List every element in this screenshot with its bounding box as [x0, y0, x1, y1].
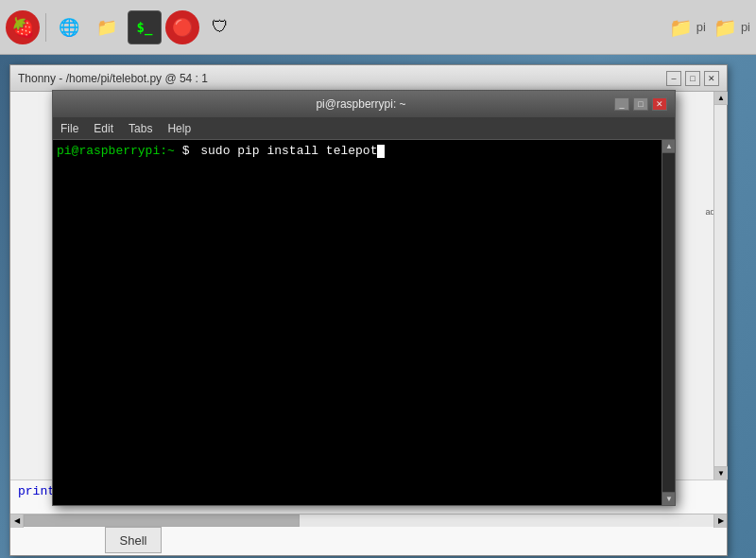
- terminal-menu-tabs[interactable]: Tabs: [129, 122, 152, 135]
- terminal-menu-file[interactable]: File: [60, 122, 78, 135]
- terminal-window: pi@raspberrypi: ~ _ □ ✕ File Edit Tabs H…: [52, 90, 676, 506]
- terminal-menu-help[interactable]: Help: [167, 122, 191, 135]
- thonny-h-scrollbar[interactable]: ◀ ▶: [10, 514, 727, 527]
- thonny-maximize-btn[interactable]: □: [685, 71, 700, 86]
- top-folder-label-2: pi: [741, 20, 750, 34]
- terminal-menu-edit[interactable]: Edit: [94, 122, 113, 135]
- terminal-scroll-track[interactable]: [662, 153, 675, 492]
- scroll-thumb[interactable]: [24, 514, 300, 527]
- desktop: 🍓 🌐 📁 $_ 🔴 🛡 📁 pi 📁 pi Thonny - /home/pi…: [0, 0, 756, 558]
- thonny-titlebar: Thonny - /home/pi/telebot.py @ 54 : 1 – …: [10, 65, 727, 92]
- thonny-minimize-btn[interactable]: –: [666, 71, 681, 86]
- prompt-user: pi@raspberrypi:~: [57, 144, 175, 158]
- terminal-titlebar: pi@raspberrypi: ~ _ □ ✕: [53, 91, 675, 117]
- thonny-close-btn[interactable]: ✕: [704, 71, 719, 86]
- security-icon[interactable]: 🛡: [203, 10, 237, 44]
- terminal-body: pi@raspberrypi:~ $ sudo pip install tele…: [53, 140, 675, 505]
- terminal-maximize-btn[interactable]: □: [633, 97, 648, 111]
- mouse-cursor: [412, 149, 423, 166]
- shell-tab[interactable]: Shell: [105, 527, 162, 553]
- terminal-minimize-btn[interactable]: _: [614, 97, 629, 111]
- wolfram-icon[interactable]: 🔴: [165, 10, 199, 44]
- top-folder-icon-2[interactable]: 📁: [713, 16, 737, 39]
- terminal-content: pi@raspberrypi:~ $ sudo pip install tele…: [53, 140, 675, 162]
- v-scroll-track[interactable]: [714, 105, 727, 466]
- terminal-prompt-line: pi@raspberrypi:~ $ sudo pip install tele…: [57, 144, 671, 158]
- terminal-cursor: [377, 145, 385, 158]
- v-scroll-up-btn[interactable]: ▲: [714, 92, 728, 105]
- terminal-taskbar-icon[interactable]: $_: [128, 10, 162, 44]
- terminal-scroll-up[interactable]: ▲: [662, 140, 675, 153]
- terminal-title: pi@raspberrypi: ~: [108, 97, 614, 111]
- terminal-close-btn[interactable]: ✕: [652, 97, 667, 111]
- taskbar: 🍓 🌐 📁 $_ 🔴 🛡 📁 pi 📁 pi: [0, 0, 756, 55]
- browser-icon[interactable]: 🌐: [52, 10, 86, 44]
- files-icon[interactable]: 📁: [90, 10, 124, 44]
- scroll-left-btn[interactable]: ◀: [10, 514, 24, 528]
- terminal-scroll-down[interactable]: ▼: [662, 492, 675, 505]
- terminal-command: sudo pip install telepot: [200, 144, 377, 158]
- prompt-symbol: $: [175, 144, 197, 158]
- scroll-right-btn[interactable]: ▶: [713, 514, 727, 528]
- thonny-title: Thonny - /home/pi/telebot.py @ 54 : 1: [18, 72, 208, 85]
- top-folder-label-1: pi: [696, 20, 706, 34]
- terminal-window-controls: _ □ ✕: [614, 97, 667, 111]
- top-folder-icon-1[interactable]: 📁: [669, 16, 693, 39]
- terminal-menubar: File Edit Tabs Help: [53, 117, 675, 140]
- taskbar-separator: [45, 13, 46, 42]
- scroll-track[interactable]: [24, 514, 713, 527]
- terminal-v-scrollbar[interactable]: ▲ ▼: [662, 140, 675, 505]
- v-scroll-down-btn[interactable]: ▼: [714, 466, 728, 480]
- thonny-window-controls: – □ ✕: [666, 71, 719, 86]
- raspberry-menu-icon[interactable]: 🍓: [6, 10, 40, 44]
- thonny-v-scrollbar[interactable]: ▲ ▼: [713, 92, 727, 480]
